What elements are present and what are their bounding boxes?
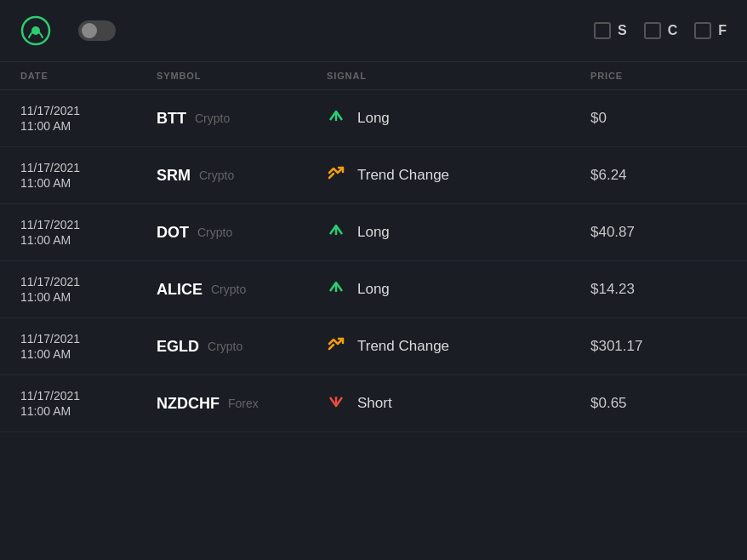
signal-cell-4: Trend Change [327, 334, 590, 358]
date-cell-0: 11/17/202111:00 AM [20, 104, 157, 133]
price-cell-5: $0.65 [590, 395, 727, 412]
signal-label: Long [357, 224, 390, 241]
table-row[interactable]: 11/17/202111:00 AMNZDCHFForexShort$0.65 [0, 375, 747, 432]
app-header: SCF [0, 0, 747, 62]
time-value: 11:00 AM [20, 347, 157, 361]
date-cell-2: 11/17/202111:00 AM [20, 218, 157, 247]
col-header-symbol: SYMBOL [157, 71, 327, 81]
signal-icon [327, 106, 345, 130]
time-value: 11:00 AM [20, 176, 157, 190]
signal-cell-1: Trend Change [327, 163, 590, 187]
symbol-type: Crypto [208, 340, 242, 353]
table-row[interactable]: 11/17/202111:00 AMALICECryptoLong$14.23 [0, 261, 747, 318]
time-value: 11:00 AM [20, 404, 157, 418]
signal-icon [327, 391, 345, 415]
symbol-cell-5: NZDCHFForex [157, 395, 327, 413]
col-header-date: DATE [20, 71, 157, 81]
symbol-type: Crypto [197, 226, 232, 239]
signal-label: Long [357, 281, 390, 298]
table-row[interactable]: 11/17/202111:00 AMDOTCryptoLong$40.87 [0, 204, 747, 261]
symbol-type: Crypto [211, 283, 246, 296]
filter-c[interactable]: C [644, 22, 678, 39]
price-cell-3: $14.23 [590, 281, 727, 298]
filter-checkbox-s[interactable] [594, 22, 611, 39]
filter-label-f: F [718, 23, 727, 38]
time-value: 11:00 AM [20, 119, 157, 133]
date-value: 11/17/2021 [20, 104, 157, 117]
col-header-signal: SIGNAL [327, 71, 590, 81]
table-header: DATESYMBOLSIGNALPRICE [0, 62, 747, 90]
symbol-name: NZDCHF [157, 395, 220, 413]
signal-cell-5: Short [327, 391, 590, 415]
signal-icon [327, 277, 345, 301]
table-row[interactable]: 11/17/202111:00 AMEGLDCryptoTrend Change… [0, 318, 747, 375]
symbol-name: DOT [157, 224, 189, 242]
table-row[interactable]: 11/17/202111:00 AMSRMCryptoTrend Change$… [0, 147, 747, 204]
signal-label: Long [357, 110, 390, 127]
signal-label: Trend Change [357, 167, 449, 184]
header-filters: SCF [594, 22, 727, 39]
filter-checkbox-c[interactable] [644, 22, 661, 39]
col-header-price: PRICE [590, 71, 727, 81]
header-left [20, 15, 126, 46]
signal-cell-3: Long [327, 277, 590, 301]
symbol-cell-4: EGLDCrypto [157, 338, 327, 356]
symbol-cell-0: BTTCrypto [157, 110, 327, 128]
symbol-name: SRM [157, 167, 191, 185]
date-cell-1: 11/17/202111:00 AM [20, 161, 157, 190]
price-cell-2: $40.87 [590, 224, 727, 241]
date-cell-4: 11/17/202111:00 AM [20, 332, 157, 361]
signal-label: Trend Change [357, 338, 449, 355]
price-cell-4: $301.17 [590, 338, 727, 355]
filter-label-s: S [618, 23, 627, 38]
signals-icon [20, 15, 51, 46]
time-value: 11:00 AM [20, 233, 157, 247]
filter-s[interactable]: S [594, 22, 627, 39]
date-value: 11/17/2021 [20, 275, 157, 289]
date-cell-5: 11/17/202111:00 AM [20, 389, 157, 418]
date-cell-3: 11/17/202111:00 AM [20, 275, 157, 304]
date-value: 11/17/2021 [20, 332, 157, 346]
filter-label-c: C [668, 23, 678, 38]
date-value: 11/17/2021 [20, 218, 157, 231]
signal-label: Short [357, 395, 392, 412]
table-body: 11/17/202111:00 AMBTTCryptoLong$011/17/2… [0, 90, 747, 432]
signal-cell-0: Long [327, 106, 590, 130]
symbol-name: EGLD [157, 338, 199, 356]
date-value: 11/17/2021 [20, 161, 157, 174]
filter-checkbox-f[interactable] [694, 22, 711, 39]
price-cell-1: $6.24 [590, 167, 727, 184]
symbol-type: Crypto [199, 169, 234, 182]
symbol-name: BTT [157, 110, 186, 128]
filter-f[interactable]: F [694, 22, 727, 39]
symbol-name: ALICE [157, 281, 202, 299]
symbol-cell-3: ALICECrypto [157, 281, 327, 299]
table-row[interactable]: 11/17/202111:00 AMBTTCryptoLong$0 [0, 90, 747, 147]
time-value: 11:00 AM [20, 290, 157, 304]
signal-icon [327, 220, 345, 244]
symbol-type: Crypto [195, 111, 230, 125]
signal-cell-2: Long [327, 220, 590, 244]
symbol-cell-1: SRMCrypto [157, 167, 327, 185]
signal-icon [327, 163, 345, 187]
toggle-switch[interactable] [78, 20, 116, 41]
symbol-cell-2: DOTCrypto [157, 224, 327, 242]
price-cell-0: $0 [590, 110, 727, 127]
symbol-type: Forex [228, 397, 259, 410]
signal-icon [327, 334, 345, 358]
date-value: 11/17/2021 [20, 389, 157, 403]
